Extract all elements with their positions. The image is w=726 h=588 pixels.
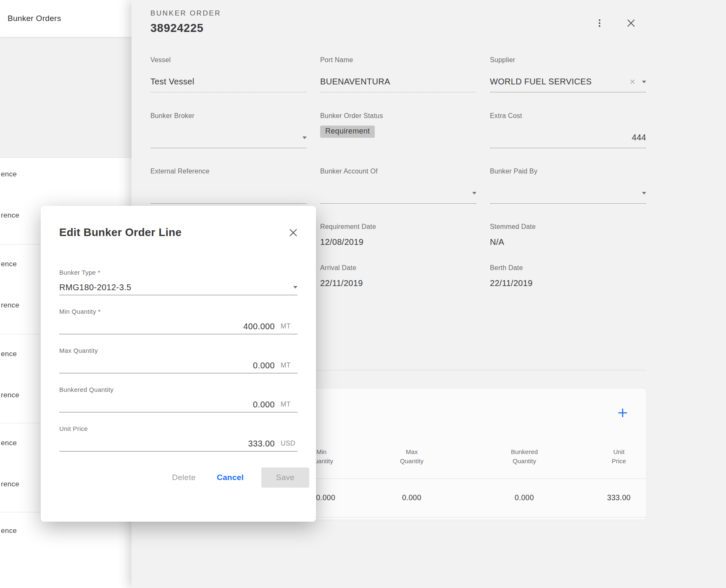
stemmed-date-value: N/A bbox=[490, 237, 646, 247]
field-bunker-broker: Bunker Broker bbox=[150, 112, 307, 168]
field-bunker-account-of: Bunker Account Of bbox=[320, 168, 476, 223]
list-item[interactable]: ence bbox=[1, 350, 17, 358]
field-unit-price: Unit Price 333.00 USD bbox=[59, 425, 297, 452]
bunker-account-of-label: Bunker Account Of bbox=[320, 168, 476, 175]
chevron-down-icon bbox=[293, 286, 297, 289]
field-min-quantity: Min Quantity * 400.000 MT bbox=[59, 308, 297, 334]
bunkered-quantity-input[interactable]: 0.000 MT bbox=[59, 397, 297, 412]
chevron-down-icon bbox=[472, 192, 476, 194]
list-item[interactable]: rence bbox=[1, 391, 19, 399]
column-header-max-quantity: Max Quantity bbox=[366, 447, 457, 478]
header-line: Max bbox=[366, 447, 457, 457]
extra-cost-input[interactable]: 444 bbox=[490, 127, 646, 148]
modal-actions: Delete Cancel Save bbox=[59, 467, 309, 488]
more-options-button[interactable] bbox=[592, 16, 607, 30]
list-item[interactable]: ence bbox=[1, 260, 17, 268]
header-line: Unit bbox=[592, 447, 646, 457]
external-reference-input[interactable] bbox=[150, 183, 307, 204]
cell-max-quantity: 0.000 bbox=[366, 494, 457, 502]
max-quantity-value: 0.000 bbox=[59, 361, 275, 370]
bunker-paid-by-select[interactable] bbox=[490, 183, 646, 204]
field-bunkered-quantity: Bunkered Quantity 0.000 MT bbox=[59, 386, 297, 412]
panel-close-button[interactable] bbox=[624, 16, 638, 30]
bunkered-quantity-value: 0.000 bbox=[59, 400, 275, 410]
chevron-down-icon bbox=[302, 136, 307, 139]
supplier-clear-button[interactable] bbox=[629, 78, 636, 85]
list-item[interactable]: ence bbox=[1, 439, 17, 447]
max-quantity-unit: MT bbox=[281, 362, 297, 369]
bunker-paid-by-label: Bunker Paid By bbox=[490, 168, 646, 175]
supplier-label: Supplier bbox=[490, 56, 646, 64]
list-item[interactable]: rence bbox=[1, 211, 19, 220]
requirement-date-label: Requirement Date bbox=[320, 223, 476, 231]
field-extra-cost: Extra Cost 444 bbox=[490, 112, 646, 168]
list-item[interactable]: rence bbox=[1, 480, 19, 488]
berth-date-label: Berth Date bbox=[490, 264, 646, 272]
save-button[interactable]: Save bbox=[261, 467, 309, 488]
field-arrival-date: Arrival Date 22/11/2019 bbox=[320, 264, 476, 302]
close-icon bbox=[626, 18, 637, 29]
modal-fields: Bunker Type * RMG180-2012-3.5 Min Quanti… bbox=[59, 269, 297, 452]
bunker-broker-label: Bunker Broker bbox=[150, 112, 307, 120]
modal-header: Edit Bunker Order Line bbox=[59, 226, 297, 239]
min-quantity-input[interactable]: 400.000 MT bbox=[59, 319, 297, 334]
cell-unit-price: 333.00 bbox=[592, 494, 646, 502]
unit-price-input[interactable]: 333.00 USD bbox=[59, 436, 297, 452]
external-reference-label: External Reference bbox=[150, 168, 307, 175]
header-line: Quantity bbox=[366, 457, 457, 466]
panel-eyebrow-label: BUNKER ORDER bbox=[150, 9, 221, 18]
page-title: Bunker Orders bbox=[8, 14, 61, 23]
port-name-value: BUENAVENTURA bbox=[320, 77, 476, 87]
vessel-input[interactable]: Test Vessel bbox=[150, 71, 307, 92]
min-quantity-value: 400.000 bbox=[59, 322, 275, 331]
status-badge: Requirement bbox=[320, 126, 375, 138]
unit-price-unit: USD bbox=[281, 440, 297, 447]
min-quantity-label: Min Quantity * bbox=[59, 308, 297, 315]
delete-button[interactable]: Delete bbox=[164, 468, 203, 487]
supplier-value: WORLD FUEL SERVICES bbox=[490, 77, 629, 87]
edit-bunker-order-line-modal: Edit Bunker Order Line Bunker Type * RMG… bbox=[41, 206, 316, 522]
status-badge-wrap: Requirement bbox=[320, 126, 476, 138]
supplier-select[interactable]: WORLD FUEL SERVICES bbox=[490, 71, 646, 92]
min-quantity-unit: MT bbox=[281, 323, 297, 330]
extra-cost-value: 444 bbox=[632, 133, 646, 142]
arrival-date-value: 22/11/2019 bbox=[320, 278, 476, 288]
app-screen: Bunker Orders ence rence ence rence ence… bbox=[0, 0, 726, 588]
vessel-label: Vessel bbox=[150, 56, 307, 64]
bunker-type-select[interactable]: RMG180-2012-3.5 bbox=[59, 280, 297, 295]
close-icon bbox=[288, 227, 299, 238]
modal-close-button[interactable] bbox=[287, 226, 300, 239]
list-item[interactable]: rence bbox=[1, 301, 19, 310]
column-header-bunkered-quantity: Bunkered Quantity bbox=[457, 447, 592, 478]
field-berth-date: Berth Date 22/11/2019 bbox=[490, 264, 646, 302]
vessel-value: Test Vessel bbox=[150, 77, 307, 87]
port-name-label: Port Name bbox=[320, 56, 476, 64]
bunker-account-of-select[interactable] bbox=[320, 183, 476, 204]
header-line: Price bbox=[592, 457, 646, 466]
bunkered-quantity-unit: MT bbox=[281, 401, 297, 408]
cell-bunkered-quantity: 0.000 bbox=[457, 494, 592, 502]
cancel-button[interactable]: Cancel bbox=[209, 468, 251, 487]
header-line: Quantity bbox=[457, 457, 592, 466]
bunker-broker-select[interactable] bbox=[150, 127, 307, 148]
header-line: Bunkered bbox=[457, 447, 592, 457]
plus-icon bbox=[617, 407, 629, 419]
bunker-type-value: RMG180-2012-3.5 bbox=[59, 283, 293, 292]
field-bunker-paid-by: Bunker Paid By bbox=[490, 168, 646, 223]
field-bunker-type: Bunker Type * RMG180-2012-3.5 bbox=[59, 269, 297, 295]
field-bunker-order-status: Bunker Order Status Requirement bbox=[320, 112, 476, 168]
requirement-date-value: 12/08/2019 bbox=[320, 237, 476, 247]
unit-price-label: Unit Price bbox=[59, 425, 297, 432]
list-item[interactable]: ence bbox=[1, 170, 17, 178]
max-quantity-input[interactable]: 0.000 MT bbox=[59, 358, 297, 373]
berth-date-value: 22/11/2019 bbox=[490, 278, 646, 288]
field-port-name: Port Name BUENAVENTURA bbox=[320, 56, 476, 112]
list-item[interactable]: ence bbox=[1, 527, 17, 535]
order-number: 38924225 bbox=[150, 22, 204, 35]
field-supplier: Supplier WORLD FUEL SERVICES bbox=[490, 56, 646, 112]
stemmed-date-label: Stemmed Date bbox=[490, 223, 646, 231]
bunker-order-status-label: Bunker Order Status bbox=[320, 112, 476, 120]
add-line-button[interactable] bbox=[616, 406, 629, 420]
clear-x-icon bbox=[629, 78, 636, 85]
port-name-input[interactable]: BUENAVENTURA bbox=[320, 71, 476, 92]
